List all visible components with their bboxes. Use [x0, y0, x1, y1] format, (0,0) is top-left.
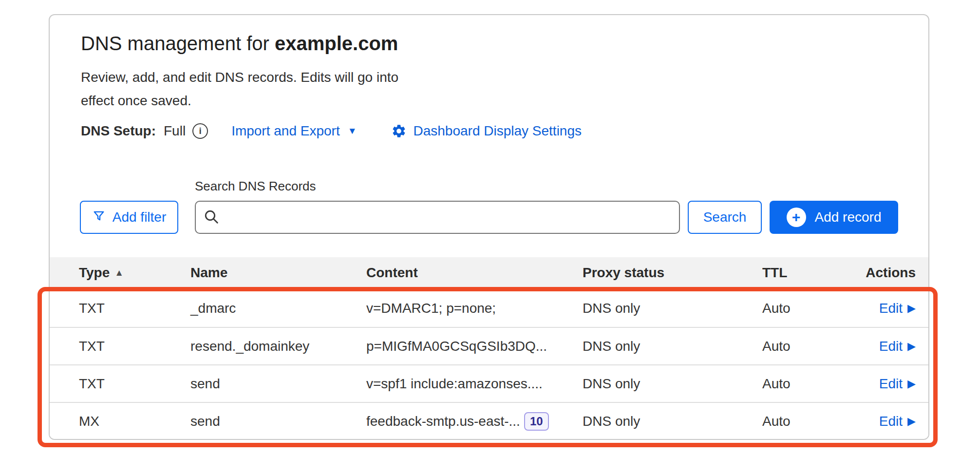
cell-ttl: Auto: [762, 339, 860, 354]
search-field-wrap: [195, 201, 680, 234]
table-row: TXT _dmarc v=DMARC1; p=none; DNS only Au…: [50, 289, 928, 327]
add-filter-label: Add filter: [113, 209, 167, 225]
cell-ttl: Auto: [762, 414, 860, 429]
dns-setup-row: DNS Setup: Full i Import and Export ▼ Da…: [81, 123, 582, 139]
edit-caret-icon: ▶: [907, 302, 916, 315]
cell-content: feedback-smtp.us-east-... 10: [366, 412, 583, 431]
search-button[interactable]: Search: [688, 201, 762, 234]
cell-name: send: [190, 414, 366, 429]
cell-proxy-status: DNS only: [583, 339, 762, 354]
cell-proxy-status: DNS only: [583, 376, 762, 392]
add-record-label: Add record: [815, 209, 882, 225]
info-icon[interactable]: i: [192, 123, 208, 139]
cell-type: TXT: [50, 339, 190, 354]
edit-button[interactable]: Edit ▶: [879, 301, 916, 316]
dns-setup-label: DNS Setup:: [81, 123, 156, 139]
page-title: DNS management for example.com: [81, 33, 398, 55]
edit-caret-icon: ▶: [907, 378, 916, 390]
add-record-button[interactable]: + Add record: [770, 201, 898, 234]
zone-name: example.com: [275, 33, 398, 54]
cell-content: v=spf1 include:amazonses....: [366, 376, 583, 392]
table-row: TXT send v=spf1 include:amazonses.... DN…: [50, 364, 928, 402]
table-row: TXT resend._domainkey p=MIGfMA0GCSqGSIb3…: [50, 327, 928, 364]
column-header-name[interactable]: Name: [190, 265, 366, 281]
edit-caret-icon: ▶: [907, 415, 916, 428]
cell-type: MX: [50, 414, 190, 429]
cell-name: _dmarc: [190, 301, 366, 316]
cell-content: v=DMARC1; p=none;: [366, 301, 583, 316]
filter-funnel-icon: [92, 209, 106, 226]
column-header-actions: Actions: [860, 265, 928, 281]
edit-caret-icon: ▶: [907, 340, 916, 353]
table-header-row: Type ▲ Name Content Proxy status TTL Act…: [50, 257, 928, 289]
gear-icon: [391, 123, 407, 139]
cell-content: p=MIGfMA0GCSqGSIb3DQ...: [366, 339, 583, 354]
import-export-link[interactable]: Import and Export ▼: [231, 123, 357, 139]
priority-badge: 10: [524, 412, 549, 431]
column-header-ttl[interactable]: TTL: [762, 265, 860, 281]
table-row: MX send feedback-smtp.us-east-... 10 DNS…: [50, 402, 928, 439]
page-subtitle: Review, add, and edit DNS records. Edits…: [81, 66, 417, 113]
dns-records-table: Type ▲ Name Content Proxy status TTL Act…: [50, 257, 928, 439]
cell-ttl: Auto: [762, 376, 860, 392]
column-header-content[interactable]: Content: [366, 265, 583, 281]
cell-proxy-status: DNS only: [583, 301, 762, 316]
edit-button[interactable]: Edit ▶: [879, 376, 916, 392]
sort-asc-icon: ▲: [114, 267, 124, 278]
cell-type: TXT: [50, 376, 190, 392]
import-export-label: Import and Export: [231, 123, 340, 139]
plus-circle-icon: +: [787, 208, 806, 227]
chevron-down-icon: ▼: [348, 126, 357, 136]
page-title-prefix: DNS management for: [81, 33, 269, 54]
search-label: Search DNS Records: [195, 179, 316, 194]
dashboard-display-settings-link[interactable]: Dashboard Display Settings: [414, 123, 582, 139]
cell-ttl: Auto: [762, 301, 860, 316]
add-filter-button[interactable]: Add filter: [80, 201, 178, 234]
cell-proxy-status: DNS only: [583, 414, 762, 429]
cell-name: send: [190, 376, 366, 392]
cell-name: resend._domainkey: [190, 339, 366, 354]
edit-button[interactable]: Edit ▶: [879, 414, 916, 429]
column-header-proxy-status[interactable]: Proxy status: [583, 265, 762, 281]
edit-button[interactable]: Edit ▶: [879, 339, 916, 354]
dns-setup-value: Full: [164, 123, 186, 139]
dns-management-card: DNS management for example.com Review, a…: [49, 14, 929, 440]
cell-type: TXT: [50, 301, 190, 316]
column-header-type[interactable]: Type ▲: [50, 265, 190, 281]
search-input[interactable]: [195, 201, 680, 234]
